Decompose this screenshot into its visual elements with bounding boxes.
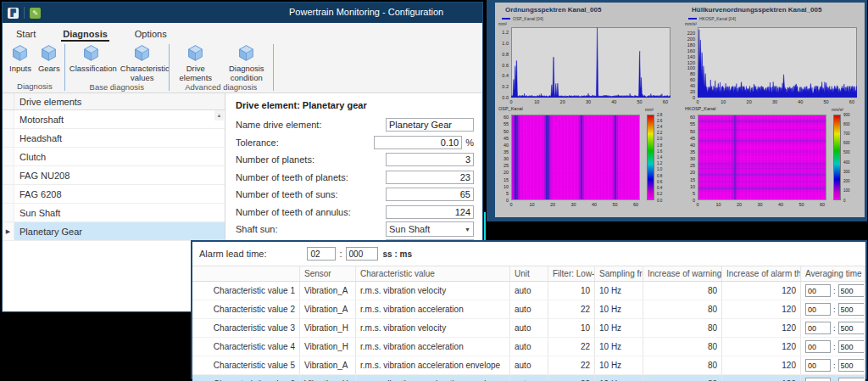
ribbon-button-label: Classification: [70, 64, 114, 73]
heatmap-horizontal-band: [698, 140, 826, 142]
selected-row-marker: ▶: [3, 222, 14, 240]
list-item-headshaft[interactable]: Headshaft: [3, 129, 225, 148]
sensor-cell: Vibration_A: [300, 300, 356, 318]
field-label: Number of teeth of planets:: [236, 172, 386, 182]
cube-icon: [133, 42, 151, 64]
list-item-label: FAG NU208: [14, 166, 225, 184]
heatmap-x-tick-label: 10: [712, 202, 726, 207]
diagnosis-condition-button[interactable]: Diagnosis condition: [221, 42, 272, 82]
drive-elements-button[interactable]: Drive elements: [170, 42, 221, 82]
ribbon-group-separator: [64, 44, 65, 91]
sampling-cell: 10 Hz: [595, 356, 643, 374]
ribbon-button-row: InputsGears: [6, 42, 64, 81]
heatmap-x-tick-label: 50: [609, 202, 622, 207]
filter-cell: 22: [548, 375, 595, 381]
y-tick-label: 140: [683, 54, 695, 59]
colorbar-tick-label: 2.0: [657, 137, 662, 141]
colorbar-tick-label: 400: [843, 160, 850, 165]
averaging-time-cell: :ss : ms: [801, 338, 865, 356]
shaft-sun-select[interactable]: Sun Shaft▼: [386, 221, 474, 237]
alarm-ms-input[interactable]: [346, 247, 378, 261]
avg-ms-input[interactable]: [838, 284, 865, 297]
heatmap-y-tick-label: 10: [497, 184, 509, 189]
avg-ms-input[interactable]: [838, 378, 865, 381]
gears-button[interactable]: Gears: [35, 42, 64, 74]
row-label: Characteristic value 5: [192, 356, 300, 374]
colorbar-tick-label: 300: [843, 170, 850, 174]
averaging-time-cell: :ss : ms: [801, 282, 865, 300]
sensor-cell: Vibration_A: [300, 282, 356, 300]
number-of-planets-input[interactable]: [386, 153, 474, 166]
filter-cell: 10: [548, 282, 595, 300]
number-of-teeth-of-planets-input[interactable]: [386, 171, 474, 184]
avg-ms-input[interactable]: [838, 340, 865, 353]
name-drive-element-input[interactable]: [386, 118, 474, 132]
row-gutter: [3, 166, 14, 184]
alarm-unit-label: ss : ms: [383, 249, 412, 259]
list-item-planetary-gear[interactable]: ▶Planetary Gear: [3, 222, 225, 241]
avg-seconds-input[interactable]: [805, 303, 831, 316]
row-gutter: [3, 185, 14, 203]
table-row[interactable]: Characteristic value 5Vibration_Ar.m.s. …: [192, 356, 865, 375]
row-gutter: [3, 129, 14, 147]
x-tick-label: 0: [691, 99, 704, 104]
tab-options[interactable]: Options: [133, 27, 169, 42]
list-item-motorshaft[interactable]: Motorshaft: [3, 110, 225, 129]
y-tick-label: 40: [683, 83, 695, 88]
colorbar-tick-label: 2.6: [657, 119, 662, 123]
avg-ms-input[interactable]: [838, 303, 865, 316]
colorbar-tick-label: 900: [843, 113, 850, 117]
scroll-up-button[interactable]: ▲: [214, 110, 224, 120]
tab-diagnosis[interactable]: Diagnosis: [61, 27, 109, 42]
colorbar-tick-label: 0.2: [657, 192, 662, 196]
tolerance-input[interactable]: [374, 136, 462, 149]
avg-ms-input[interactable]: [838, 322, 865, 334]
list-item-sun-shaft[interactable]: Sun Shaft: [3, 204, 225, 222]
unit-cell: auto: [510, 375, 548, 381]
app-icon: ▛: [8, 8, 19, 19]
y-tick-label: 0.2: [497, 84, 509, 89]
unit-cell: auto: [510, 356, 548, 374]
characteristic-cell: r.m.s. vibration acceleration envelope: [356, 356, 510, 374]
list-item-clutch[interactable]: Clutch: [3, 148, 225, 166]
column-header: Characteristic value: [356, 266, 510, 281]
number-of-teeth-of-suns-input[interactable]: [386, 188, 474, 201]
y-tick-label: 0.4: [497, 73, 509, 78]
list-item-fag-nu208[interactable]: FAG NU208: [3, 166, 225, 185]
column-header: Filter: Low-Pa...: [548, 266, 595, 281]
inputs-button[interactable]: Inputs: [6, 42, 35, 74]
row-label: Characteristic value 3: [192, 319, 300, 337]
avg-ms-input[interactable]: [838, 359, 865, 372]
filter-cell: 10: [548, 319, 595, 337]
warning-cell: 80: [643, 300, 722, 318]
alarm-colon: :: [339, 249, 342, 259]
avg-seconds-input[interactable]: [805, 378, 831, 381]
titlebar[interactable]: ▛ ✎ Powertrain Monitoring - Configuratio…: [3, 3, 482, 23]
colorbar-tick-label: 0.6: [657, 180, 662, 184]
y-tick-label: 20: [683, 89, 695, 94]
table-row[interactable]: Characteristic value 1Vibration_Ar.m.s. …: [192, 282, 865, 300]
splitter-handle[interactable]: [484, 212, 486, 240]
avg-seconds-input[interactable]: [805, 359, 831, 372]
tab-start[interactable]: Start: [14, 27, 37, 42]
heatmap-y-tick-label: 10: [683, 184, 695, 189]
table-row[interactable]: Characteristic value 4Vibration_Hr.m.s. …: [192, 338, 865, 356]
row-gutter: [3, 93, 14, 109]
characteristic-values-button[interactable]: Characteristic values: [117, 42, 168, 82]
avg-seconds-input[interactable]: [805, 322, 831, 334]
list-item-fag-6208[interactable]: FAG 6208: [3, 185, 225, 204]
table-row[interactable]: Characteristic value 3Vibration_Hr.m.s. …: [192, 319, 865, 338]
alarm-seconds-input[interactable]: [307, 247, 336, 261]
classification-button[interactable]: Classification: [66, 42, 117, 74]
table-row[interactable]: Characteristic value 6Vibration_Hr.m.s. …: [192, 375, 865, 381]
edit-icon[interactable]: ✎: [30, 8, 41, 19]
chart-column: Hüllkurvenordnungsspektren Kanal_005HKOS…: [683, 3, 863, 217]
avg-seconds-input[interactable]: [805, 284, 831, 297]
number-of-teeth-of-annulus-input[interactable]: [386, 205, 474, 219]
heatmap-y-tick-label: 45: [497, 136, 509, 141]
heatmap-horizontal-band: [698, 174, 826, 176]
avg-seconds-input[interactable]: [805, 340, 831, 353]
heatmap-horizontal-band: [698, 168, 826, 170]
y-tick-label: 200: [683, 36, 695, 42]
table-row[interactable]: Characteristic value 2Vibration_Ar.m.s. …: [192, 300, 865, 319]
